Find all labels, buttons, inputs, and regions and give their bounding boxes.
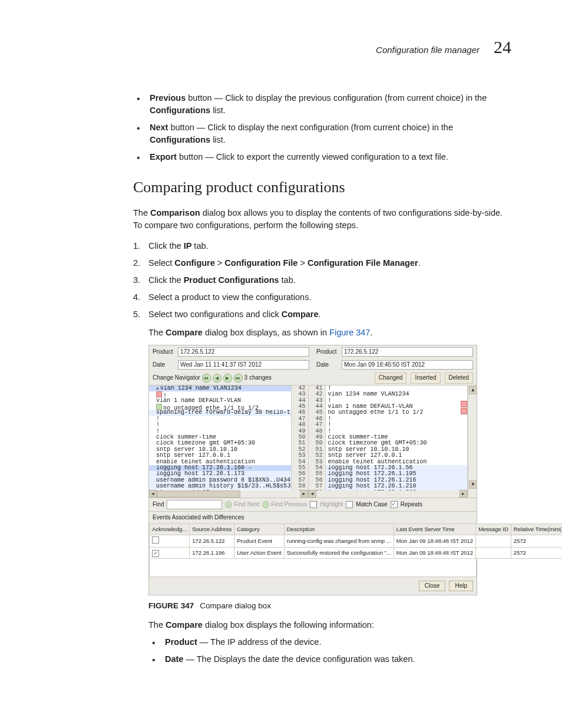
diff-line: 46! bbox=[309, 416, 468, 422]
step-4: Select a product to view the configurati… bbox=[133, 291, 511, 304]
field-description-list: Product — The IP address of the device.D… bbox=[148, 636, 511, 666]
events-title: Events Associated with Differences bbox=[149, 512, 477, 524]
diff-line: clock summer-time50 bbox=[149, 434, 308, 440]
table-header[interactable]: Relative Time(mins) bbox=[511, 524, 562, 535]
diff-line: 49clock summer-time bbox=[309, 434, 468, 440]
product-input-right[interactable]: 172.26.5.122 bbox=[342, 347, 473, 357]
table-cell: 2572 bbox=[511, 547, 562, 558]
nav-first-button[interactable]: ⏮ bbox=[202, 374, 211, 383]
match-case-checkbox[interactable] bbox=[346, 501, 353, 508]
table-cell: ✓ bbox=[150, 547, 190, 558]
figure-link[interactable]: Figure 347 bbox=[329, 328, 370, 337]
legend-deleted: Deleted bbox=[445, 373, 473, 384]
table-cell bbox=[476, 547, 511, 558]
list-item: Previous button — Click to display the p… bbox=[133, 92, 511, 117]
table-cell: 2572 bbox=[511, 535, 562, 548]
gutter-mark-icon bbox=[461, 401, 467, 407]
list-item: Export button — Click to export the curr… bbox=[133, 151, 511, 163]
diff-line: logging host 172.26.1.160 →55 bbox=[149, 465, 308, 471]
after-figure-text: The Compare dialog box displays the foll… bbox=[148, 619, 511, 631]
diff-line: 51sntp server 10.10.10.10 bbox=[309, 447, 468, 453]
diff-line: logging host 172.26.1.17356 bbox=[149, 471, 308, 477]
table-cell: running-config was changed from snmp ... bbox=[284, 535, 394, 548]
events-table: Acknowledg...Source AddressCategoryDescr… bbox=[149, 523, 562, 558]
repeats-checkbox[interactable]: ✓ bbox=[391, 501, 398, 508]
find-prev-button[interactable]: ↑Find Previous bbox=[262, 500, 307, 509]
diff-line: !43 bbox=[149, 391, 308, 397]
table-header[interactable]: Last Event Server Time bbox=[394, 524, 475, 535]
table-cell: Mon Jan 09 18:48:48 IST 2012 bbox=[394, 535, 475, 548]
nav-next-button[interactable]: ▶ bbox=[223, 374, 232, 383]
diff-line: !49 bbox=[149, 429, 308, 434]
diff-line: sntp server 10.10.10.1052 bbox=[149, 447, 308, 453]
diff-line: 55logging host 172.26.1.195 bbox=[309, 471, 468, 477]
step-2: Select Configure > Configuration File > … bbox=[133, 257, 511, 269]
find-next-button[interactable]: ↓Find Next bbox=[225, 500, 259, 509]
arrow-up-icon: ↑ bbox=[262, 501, 269, 508]
table-cell: Mon Jan 09 18:48:48 IST 2012 bbox=[394, 547, 475, 558]
diff-right-column: 41!42vlan 1234 name VLAN123443!44vlan 1 … bbox=[309, 386, 468, 498]
change-navigator-label: Change Navigator bbox=[153, 374, 200, 383]
hscroll-right-arrow[interactable]: ▶ bbox=[300, 490, 308, 498]
table-cell: 172.26.5.122 bbox=[190, 535, 234, 548]
ack-checkbox[interactable] bbox=[152, 536, 159, 543]
table-cell bbox=[476, 535, 511, 548]
diff-line: no untagged ethe 1/1 to 1/245 bbox=[149, 404, 308, 410]
button-description-list: Previous button — Click to display the p… bbox=[133, 92, 511, 163]
hscroll-thumb[interactable] bbox=[157, 490, 240, 498]
compare-dialog: Product 172.26.5.122 Product 172.26.5.12… bbox=[148, 345, 477, 595]
chapter-number: 24 bbox=[494, 34, 511, 60]
close-button[interactable]: Close bbox=[419, 581, 446, 592]
ack-checkbox[interactable]: ✓ bbox=[152, 550, 159, 557]
steps-list: Click the IP tab. Select Configure > Con… bbox=[133, 240, 511, 321]
diff-line: username admin history $1$/23..HL5$s5JMB… bbox=[149, 483, 308, 489]
match-case-label: Match Case bbox=[356, 500, 387, 509]
diff-line: clock timezone gmt GMT+05:3051 bbox=[149, 440, 308, 446]
step-3: Click the Product Configurations tab. bbox=[133, 274, 511, 286]
diff-line: 50clock timezone gmt GMT+05:30 bbox=[309, 440, 468, 446]
list-item: Date — The Displays the date the device … bbox=[148, 653, 511, 666]
hscroll-right-arrow[interactable]: ▶ bbox=[459, 490, 467, 498]
vscroll-up-arrow[interactable]: ▲ bbox=[469, 386, 477, 394]
hscroll-left-arrow[interactable]: ◀ bbox=[309, 490, 316, 498]
hscroll-left-arrow[interactable]: ◀ bbox=[149, 490, 157, 498]
changes-count: 3 changes bbox=[244, 374, 272, 383]
text: The bbox=[133, 208, 150, 218]
table-header[interactable]: Source Address bbox=[190, 524, 234, 535]
step-1: Click the IP tab. bbox=[133, 240, 511, 252]
find-label: Find bbox=[153, 500, 164, 509]
product-input-left[interactable]: 172.26.5.122 bbox=[178, 347, 309, 357]
text-bold: Comparison bbox=[150, 208, 200, 218]
nav-last-button[interactable]: ⏭ bbox=[234, 374, 243, 383]
highlight-label: Highlight bbox=[320, 500, 343, 509]
table-header[interactable]: Acknowledg... bbox=[150, 524, 190, 535]
list-item: Product — The IP address of the device. bbox=[148, 636, 511, 648]
highlight-checkbox[interactable] bbox=[310, 501, 317, 508]
date-label-left: Date bbox=[153, 361, 175, 370]
section-heading: Comparing product configurations bbox=[133, 176, 511, 199]
diff-line: 53enable telnet authentication bbox=[309, 459, 468, 465]
legend-changed: Changed bbox=[375, 373, 407, 384]
vscroll[interactable]: ▲ ▼ bbox=[468, 386, 477, 498]
diff-line: username admin password 8 $1$XN3..U434Tj… bbox=[149, 477, 308, 483]
section-intro: The Comparison dialog box allows you to … bbox=[133, 207, 511, 232]
diff-line: 56logging host 172.26.1.216 bbox=[309, 477, 468, 483]
vscroll-down-arrow[interactable]: ▼ bbox=[469, 480, 477, 489]
legend-inserted: Inserted bbox=[411, 373, 440, 384]
table-cell bbox=[150, 535, 190, 548]
date-input-left[interactable]: Wed Jan 11 11:41:37 IST 2012 bbox=[178, 360, 309, 370]
table-header[interactable]: Message ID bbox=[476, 524, 511, 535]
diff-line: spanning-tree forward-delay 30 hello-tim… bbox=[149, 410, 308, 416]
table-header[interactable]: Category bbox=[234, 524, 285, 535]
diff-line: 41! bbox=[309, 386, 468, 391]
diff-line: 42vlan 1234 name VLAN1234 bbox=[309, 391, 468, 397]
find-input[interactable] bbox=[167, 500, 222, 509]
diff-line: 47! bbox=[309, 422, 468, 428]
table-header[interactable]: Description bbox=[284, 524, 394, 535]
help-button[interactable]: Help bbox=[449, 581, 473, 592]
gutter-mark-icon bbox=[461, 408, 467, 414]
diff-line: 48! bbox=[309, 429, 468, 434]
date-input-right[interactable]: Mon Jan 09 18:45:50 IST 2012 bbox=[342, 360, 473, 370]
nav-prev-button[interactable]: ◀ bbox=[213, 374, 222, 383]
diff-line: vlan 1 name DEFAULT-VLAN44 bbox=[149, 398, 308, 404]
